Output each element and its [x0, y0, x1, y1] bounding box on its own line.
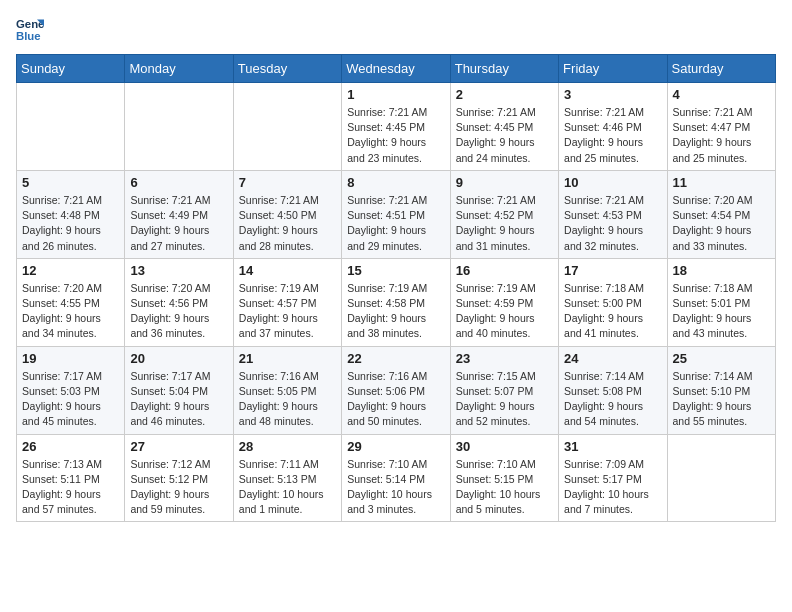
day-number: 10 [564, 175, 661, 190]
day-number: 18 [673, 263, 770, 278]
day-info: Sunrise: 7:21 AMSunset: 4:49 PMDaylight:… [130, 193, 227, 254]
calendar-day-cell: 2Sunrise: 7:21 AMSunset: 4:45 PMDaylight… [450, 83, 558, 171]
day-info: Sunrise: 7:21 AMSunset: 4:50 PMDaylight:… [239, 193, 336, 254]
calendar-week-row: 12Sunrise: 7:20 AMSunset: 4:55 PMDayligh… [17, 258, 776, 346]
day-info: Sunrise: 7:19 AMSunset: 4:57 PMDaylight:… [239, 281, 336, 342]
day-info: Sunrise: 7:19 AMSunset: 4:59 PMDaylight:… [456, 281, 553, 342]
calendar-day-cell [125, 83, 233, 171]
calendar-day-cell: 26Sunrise: 7:13 AMSunset: 5:11 PMDayligh… [17, 434, 125, 522]
calendar-day-cell [667, 434, 775, 522]
day-number: 4 [673, 87, 770, 102]
day-info: Sunrise: 7:21 AMSunset: 4:52 PMDaylight:… [456, 193, 553, 254]
calendar-day-cell: 13Sunrise: 7:20 AMSunset: 4:56 PMDayligh… [125, 258, 233, 346]
day-number: 11 [673, 175, 770, 190]
day-number: 26 [22, 439, 119, 454]
day-number: 3 [564, 87, 661, 102]
logo-icon: General Blue [16, 16, 44, 44]
day-header-wednesday: Wednesday [342, 55, 450, 83]
calendar-header-row: SundayMondayTuesdayWednesdayThursdayFrid… [17, 55, 776, 83]
day-number: 15 [347, 263, 444, 278]
day-info: Sunrise: 7:21 AMSunset: 4:53 PMDaylight:… [564, 193, 661, 254]
calendar-day-cell: 30Sunrise: 7:10 AMSunset: 5:15 PMDayligh… [450, 434, 558, 522]
calendar-week-row: 26Sunrise: 7:13 AMSunset: 5:11 PMDayligh… [17, 434, 776, 522]
day-info: Sunrise: 7:21 AMSunset: 4:47 PMDaylight:… [673, 105, 770, 166]
calendar-day-cell: 24Sunrise: 7:14 AMSunset: 5:08 PMDayligh… [559, 346, 667, 434]
calendar-day-cell: 10Sunrise: 7:21 AMSunset: 4:53 PMDayligh… [559, 170, 667, 258]
calendar-day-cell [17, 83, 125, 171]
day-header-monday: Monday [125, 55, 233, 83]
calendar-day-cell: 20Sunrise: 7:17 AMSunset: 5:04 PMDayligh… [125, 346, 233, 434]
calendar-day-cell: 12Sunrise: 7:20 AMSunset: 4:55 PMDayligh… [17, 258, 125, 346]
day-number: 12 [22, 263, 119, 278]
calendar-day-cell [233, 83, 341, 171]
day-number: 25 [673, 351, 770, 366]
day-info: Sunrise: 7:10 AMSunset: 5:15 PMDaylight:… [456, 457, 553, 518]
day-number: 2 [456, 87, 553, 102]
day-info: Sunrise: 7:12 AMSunset: 5:12 PMDaylight:… [130, 457, 227, 518]
calendar-day-cell: 14Sunrise: 7:19 AMSunset: 4:57 PMDayligh… [233, 258, 341, 346]
day-number: 5 [22, 175, 119, 190]
day-number: 9 [456, 175, 553, 190]
day-info: Sunrise: 7:17 AMSunset: 5:03 PMDaylight:… [22, 369, 119, 430]
calendar-day-cell: 22Sunrise: 7:16 AMSunset: 5:06 PMDayligh… [342, 346, 450, 434]
day-info: Sunrise: 7:21 AMSunset: 4:45 PMDaylight:… [347, 105, 444, 166]
calendar-day-cell: 28Sunrise: 7:11 AMSunset: 5:13 PMDayligh… [233, 434, 341, 522]
day-info: Sunrise: 7:14 AMSunset: 5:10 PMDaylight:… [673, 369, 770, 430]
day-info: Sunrise: 7:10 AMSunset: 5:14 PMDaylight:… [347, 457, 444, 518]
calendar-week-row: 19Sunrise: 7:17 AMSunset: 5:03 PMDayligh… [17, 346, 776, 434]
calendar-week-row: 1Sunrise: 7:21 AMSunset: 4:45 PMDaylight… [17, 83, 776, 171]
day-number: 27 [130, 439, 227, 454]
day-info: Sunrise: 7:13 AMSunset: 5:11 PMDaylight:… [22, 457, 119, 518]
day-number: 8 [347, 175, 444, 190]
day-info: Sunrise: 7:20 AMSunset: 4:56 PMDaylight:… [130, 281, 227, 342]
calendar-day-cell: 3Sunrise: 7:21 AMSunset: 4:46 PMDaylight… [559, 83, 667, 171]
day-number: 14 [239, 263, 336, 278]
day-header-thursday: Thursday [450, 55, 558, 83]
calendar-day-cell: 27Sunrise: 7:12 AMSunset: 5:12 PMDayligh… [125, 434, 233, 522]
day-number: 19 [22, 351, 119, 366]
day-info: Sunrise: 7:16 AMSunset: 5:06 PMDaylight:… [347, 369, 444, 430]
day-info: Sunrise: 7:21 AMSunset: 4:51 PMDaylight:… [347, 193, 444, 254]
calendar-day-cell: 31Sunrise: 7:09 AMSunset: 5:17 PMDayligh… [559, 434, 667, 522]
day-info: Sunrise: 7:11 AMSunset: 5:13 PMDaylight:… [239, 457, 336, 518]
day-number: 31 [564, 439, 661, 454]
day-info: Sunrise: 7:21 AMSunset: 4:46 PMDaylight:… [564, 105, 661, 166]
calendar-day-cell: 5Sunrise: 7:21 AMSunset: 4:48 PMDaylight… [17, 170, 125, 258]
day-number: 6 [130, 175, 227, 190]
day-number: 13 [130, 263, 227, 278]
day-info: Sunrise: 7:19 AMSunset: 4:58 PMDaylight:… [347, 281, 444, 342]
day-number: 16 [456, 263, 553, 278]
day-header-friday: Friday [559, 55, 667, 83]
calendar-day-cell: 1Sunrise: 7:21 AMSunset: 4:45 PMDaylight… [342, 83, 450, 171]
day-info: Sunrise: 7:18 AMSunset: 5:01 PMDaylight:… [673, 281, 770, 342]
day-number: 30 [456, 439, 553, 454]
calendar-day-cell: 9Sunrise: 7:21 AMSunset: 4:52 PMDaylight… [450, 170, 558, 258]
calendar-day-cell: 17Sunrise: 7:18 AMSunset: 5:00 PMDayligh… [559, 258, 667, 346]
logo: General Blue [16, 16, 44, 44]
calendar-day-cell: 29Sunrise: 7:10 AMSunset: 5:14 PMDayligh… [342, 434, 450, 522]
calendar-day-cell: 21Sunrise: 7:16 AMSunset: 5:05 PMDayligh… [233, 346, 341, 434]
calendar-day-cell: 18Sunrise: 7:18 AMSunset: 5:01 PMDayligh… [667, 258, 775, 346]
day-info: Sunrise: 7:16 AMSunset: 5:05 PMDaylight:… [239, 369, 336, 430]
calendar-week-row: 5Sunrise: 7:21 AMSunset: 4:48 PMDaylight… [17, 170, 776, 258]
day-info: Sunrise: 7:20 AMSunset: 4:55 PMDaylight:… [22, 281, 119, 342]
day-number: 21 [239, 351, 336, 366]
calendar-day-cell: 6Sunrise: 7:21 AMSunset: 4:49 PMDaylight… [125, 170, 233, 258]
day-info: Sunrise: 7:14 AMSunset: 5:08 PMDaylight:… [564, 369, 661, 430]
day-number: 20 [130, 351, 227, 366]
day-number: 29 [347, 439, 444, 454]
calendar-day-cell: 19Sunrise: 7:17 AMSunset: 5:03 PMDayligh… [17, 346, 125, 434]
day-info: Sunrise: 7:21 AMSunset: 4:45 PMDaylight:… [456, 105, 553, 166]
day-info: Sunrise: 7:15 AMSunset: 5:07 PMDaylight:… [456, 369, 553, 430]
day-number: 7 [239, 175, 336, 190]
calendar-day-cell: 23Sunrise: 7:15 AMSunset: 5:07 PMDayligh… [450, 346, 558, 434]
day-number: 28 [239, 439, 336, 454]
day-info: Sunrise: 7:09 AMSunset: 5:17 PMDaylight:… [564, 457, 661, 518]
day-number: 23 [456, 351, 553, 366]
svg-text:Blue: Blue [16, 30, 41, 42]
day-header-sunday: Sunday [17, 55, 125, 83]
day-header-tuesday: Tuesday [233, 55, 341, 83]
page-header: General Blue [16, 16, 776, 44]
calendar-day-cell: 7Sunrise: 7:21 AMSunset: 4:50 PMDaylight… [233, 170, 341, 258]
day-info: Sunrise: 7:17 AMSunset: 5:04 PMDaylight:… [130, 369, 227, 430]
